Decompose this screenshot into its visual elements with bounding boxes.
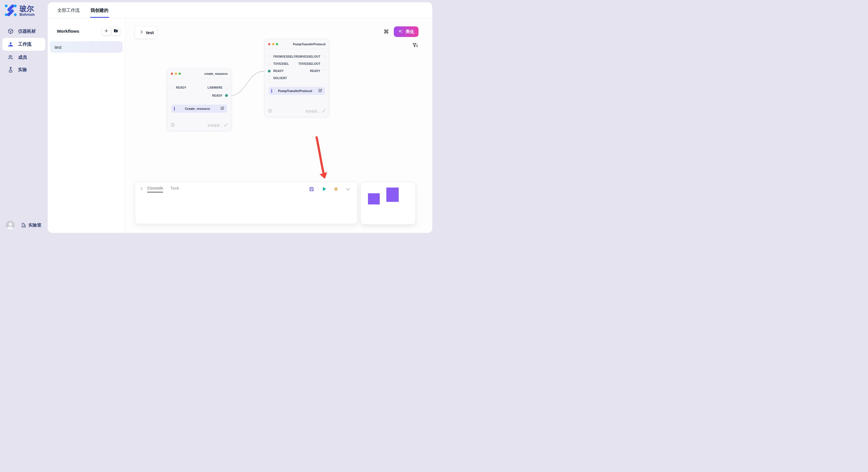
import-workflow-button[interactable]	[112, 27, 120, 35]
sidebar-footer: 实验室	[6, 221, 41, 230]
avatar[interactable]	[6, 221, 14, 230]
filter-icon[interactable]	[412, 42, 418, 48]
lab-switcher[interactable]: 实验室	[21, 222, 41, 229]
info-icon[interactable]	[170, 123, 175, 128]
edit-icon[interactable]	[220, 106, 224, 111]
port-row: READY READY	[265, 67, 329, 74]
sidebar-item-instruments[interactable]: 仪器耗材	[2, 26, 45, 37]
workflows-actions	[102, 27, 120, 35]
workflow-tabs: 全部工作流 我创建的	[48, 2, 432, 18]
traffic-dot-red-icon[interactable]	[268, 43, 270, 45]
breadcrumb[interactable]: test	[135, 26, 157, 39]
console-tabs: Console Task	[147, 186, 179, 193]
minimap-node-rect	[368, 193, 380, 204]
annotation-arrow	[317, 137, 327, 179]
node-header: PumpTransferProtocol	[265, 39, 329, 49]
port-label: READY	[212, 94, 222, 97]
port-label: TOVESSEL	[273, 62, 289, 65]
sparkles-icon	[398, 29, 404, 35]
node-description-placeholder[interactable]: 添加描述...	[208, 124, 222, 128]
brand-subtitle: Bohrium	[20, 12, 35, 16]
node-footer: 添加描述...	[265, 109, 329, 114]
port-label: READY	[273, 69, 284, 72]
workflow-list: test	[48, 41, 125, 53]
node-create-resource[interactable]: create_resource READY LABWARE READY	[167, 69, 231, 131]
tab-created-by-me[interactable]: 我创建的	[90, 7, 109, 18]
play-icon[interactable]	[321, 187, 327, 192]
traffic-dot-yellow-icon[interactable]	[175, 72, 177, 75]
pencil-icon[interactable]	[322, 109, 326, 114]
traffic-dot-yellow-icon[interactable]	[272, 43, 274, 45]
collapse-chevron-icon[interactable]	[139, 187, 144, 192]
brand-text: 玻尔 Bohrium	[20, 5, 35, 16]
bohrium-logo-icon	[4, 3, 17, 18]
workflows-header: Workflows	[48, 18, 125, 35]
traffic-dot-red-icon[interactable]	[171, 72, 173, 75]
folder-download-icon	[113, 28, 118, 34]
tab-all-workflows[interactable]: 全部工作流	[57, 7, 81, 18]
console-actions	[309, 187, 351, 192]
flow-canvas[interactable]: test ⌘ 美化	[125, 18, 432, 233]
workflow-item-name: test	[55, 45, 61, 49]
sidebar-item-label: 实验	[18, 67, 27, 73]
save-icon[interactable]	[309, 187, 314, 192]
input-port[interactable]	[268, 77, 271, 80]
port-row: SOLVENT	[265, 74, 329, 82]
port-label: READY	[310, 69, 320, 72]
console-header: Console Task	[135, 182, 357, 193]
input-port[interactable]	[268, 55, 271, 58]
input-port[interactable]	[268, 63, 271, 65]
breadcrumb-label: test	[146, 30, 154, 35]
sidebar-item-label: 成员	[18, 55, 27, 61]
traffic-dot-green-icon[interactable]	[179, 72, 181, 75]
chevron-down-icon[interactable]	[345, 187, 351, 192]
node-command[interactable]: Create_resource	[172, 105, 227, 113]
node-ports: FROMVESSEL FROMVESSELOUT TOVESSEL TOVESS…	[265, 49, 329, 82]
node-command[interactable]: PumpTransferProtocol	[269, 87, 325, 95]
canvas-toolbar: ⌘ 美化	[383, 26, 418, 37]
port-label: SOLVENT	[273, 76, 287, 80]
sidebar-item-workflow[interactable]: 工作流	[2, 38, 45, 51]
pause-icon[interactable]	[334, 187, 338, 192]
workflows-panel: Workflows	[48, 18, 125, 233]
app-root: 玻尔 Bohrium 仪器耗材	[0, 0, 434, 236]
edge-create-to-pump	[227, 71, 265, 96]
brand-title: 玻尔	[20, 5, 35, 12]
minimap[interactable]	[361, 182, 415, 225]
input-port[interactable]	[170, 86, 174, 89]
plus-icon	[104, 29, 108, 34]
output-port[interactable]	[225, 94, 228, 97]
tab-task[interactable]: Task	[170, 186, 179, 193]
output-port[interactable]	[323, 70, 326, 72]
sidebar-item-experiments[interactable]: 实验	[2, 64, 45, 75]
beautify-button[interactable]: 美化	[394, 26, 418, 37]
input-port[interactable]	[268, 70, 271, 72]
edit-icon[interactable]	[318, 88, 322, 94]
port-label: TOVESSELOUT	[299, 62, 320, 65]
command-icon[interactable]: ⌘	[383, 29, 389, 34]
output-port[interactable]	[323, 55, 326, 58]
sidebar: 玻尔 Bohrium 仪器耗材	[0, 0, 48, 236]
port-label: FROMVESSELOUT	[293, 55, 320, 58]
tab-label: Task	[170, 186, 179, 191]
port-label: LABWARE	[208, 86, 222, 89]
experiment-icon	[7, 67, 14, 73]
sidebar-item-members[interactable]: 成员	[2, 52, 45, 63]
package-icon	[7, 28, 14, 34]
node-pump-transfer-protocol[interactable]: PumpTransferProtocol FROMVESSEL FROMVESS…	[265, 39, 329, 117]
node-description-placeholder[interactable]: 添加描述...	[305, 109, 320, 113]
output-port[interactable]	[225, 86, 228, 89]
tab-label: 我创建的	[91, 8, 108, 12]
tab-label: Console	[147, 186, 163, 191]
workflow-list-item[interactable]: test	[50, 41, 123, 53]
output-port[interactable]	[323, 63, 326, 65]
node-header: create_resource	[167, 69, 231, 79]
tab-console[interactable]: Console	[147, 186, 163, 193]
pencil-icon[interactable]	[224, 123, 228, 128]
add-workflow-button[interactable]	[102, 27, 111, 35]
node-ports: READY LABWARE READY	[167, 79, 231, 100]
beautify-label: 美化	[406, 29, 414, 34]
info-icon[interactable]	[268, 109, 272, 114]
port-row: READY	[167, 92, 231, 100]
traffic-dot-green-icon[interactable]	[276, 43, 278, 45]
